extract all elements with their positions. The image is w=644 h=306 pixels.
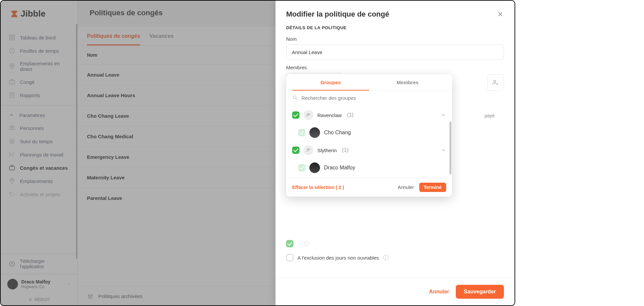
section-policy-details: DÉTAILS DE LA POLITIQUE [286, 25, 504, 30]
checkbox-icon[interactable] [286, 254, 293, 261]
popover-footer: Effacer la sélection ( 2 ) Annuler Termi… [286, 178, 452, 197]
member-avatar [309, 162, 320, 173]
group-list: Ravenclaw (1) Cho Chang Slytherin (1) [286, 105, 452, 178]
exclude-holidays-row[interactable]: x i [286, 237, 504, 251]
group-count: (1) [347, 112, 354, 118]
exclude-nonworking-label: A l'exclusion des jours non ouvrables [297, 255, 379, 261]
policy-name-input[interactable] [286, 44, 504, 60]
search-icon [292, 95, 298, 101]
info-icon[interactable]: i [383, 255, 388, 260]
close-icon[interactable] [497, 11, 504, 18]
members-field-label: Membres [286, 65, 504, 70]
checkbox-icon[interactable] [292, 111, 299, 119]
name-field-label: Nom [286, 36, 504, 42]
tab-members[interactable]: Membres [369, 74, 446, 91]
add-member-button[interactable] [487, 74, 504, 91]
group-icon [303, 145, 313, 155]
popover-scrollbar[interactable] [449, 121, 451, 174]
popover-tabs: Groupes Membres [286, 74, 452, 91]
chevron-up-icon[interactable] [441, 112, 446, 118]
chevron-up-icon[interactable] [441, 148, 446, 153]
members-picker-popover: Groupes Membres Ravenclaw (1) [286, 74, 452, 197]
group-search-input[interactable] [301, 95, 446, 101]
group-row-slytherin[interactable]: Slytherin (1) [286, 141, 452, 159]
modal-overlay[interactable] [1, 1, 276, 305]
drawer-body: DÉTAILS DE LA POLITIQUE Nom Membres payé [276, 25, 515, 278]
drawer-header: Modifier la politique de congé [276, 1, 515, 25]
drawer-footer: Annuler Sauvegarder [276, 278, 515, 305]
checkbox-icon[interactable] [298, 129, 305, 136]
drawer-cancel-button[interactable]: Annuler [429, 289, 449, 295]
member-row-cho-chang[interactable]: Cho Chang [286, 124, 452, 141]
compensation-hint: payé [485, 113, 495, 118]
popover-done-button[interactable]: Terminé [419, 183, 446, 192]
svg-point-25 [309, 149, 310, 150]
svg-point-19 [494, 80, 496, 82]
popover-actions: Annuler Terminé [398, 183, 446, 192]
member-avatar [309, 127, 320, 138]
tab-groups[interactable]: Groupes [292, 74, 369, 91]
drawer-save-button[interactable]: Sauvegarder [456, 285, 504, 299]
group-name: Ravenclaw [317, 112, 342, 118]
member-name: Draco Malfoy [324, 165, 355, 171]
checkbox-icon[interactable] [298, 164, 305, 171]
svg-point-24 [307, 149, 308, 150]
group-name: Slytherin [317, 148, 337, 153]
svg-point-23 [309, 113, 310, 115]
info-icon[interactable]: i [304, 241, 309, 246]
edit-policy-drawer: Modifier la politique de congé DÉTAILS D… [276, 1, 515, 305]
exclude-nonworking-row[interactable]: A l'exclusion des jours non ouvrables i [286, 251, 504, 265]
checkbox-icon[interactable] [292, 147, 299, 154]
checkbox-icon[interactable] [286, 240, 293, 247]
popover-cancel-button[interactable]: Annuler [398, 185, 414, 190]
app-frame: Jibble Tableau de bord Feuilles de temps… [0, 0, 515, 306]
group-count: (1) [342, 147, 349, 153]
group-row-ravenclaw[interactable]: Ravenclaw (1) [286, 106, 452, 124]
member-name: Cho Chang [324, 130, 351, 136]
svg-point-21 [293, 96, 296, 99]
svg-point-22 [307, 113, 308, 115]
popover-search [286, 91, 452, 105]
member-row-draco-malfoy[interactable]: Draco Malfoy [286, 159, 452, 176]
drawer-title: Modifier la politique de congé [286, 10, 389, 19]
clear-selection-link[interactable]: Effacer la sélection ( 2 ) [292, 185, 344, 190]
group-icon [303, 110, 313, 120]
